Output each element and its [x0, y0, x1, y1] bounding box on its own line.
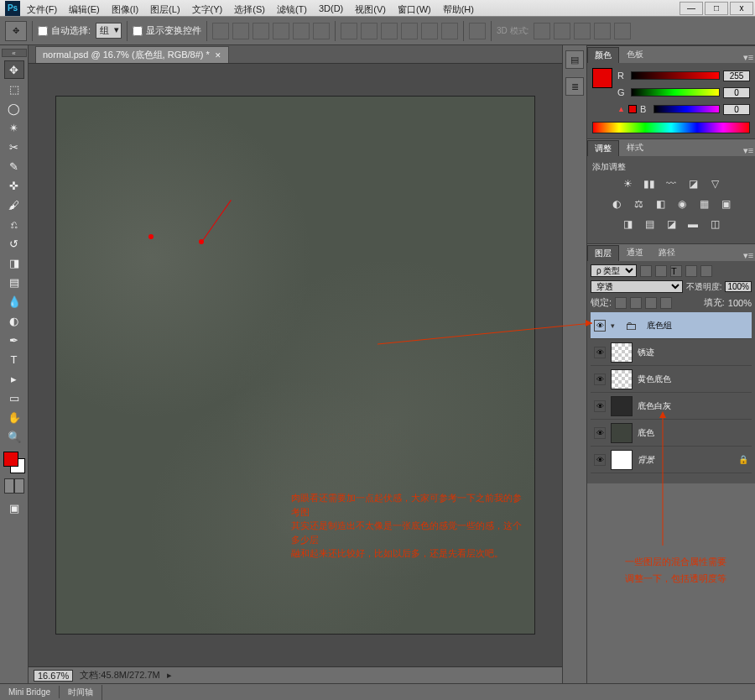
filter-smart-icon[interactable] [700, 265, 712, 277]
mini-bridge-tab[interactable]: Mini Bridge [0, 686, 60, 698]
adjustments-tab[interactable]: 调整 [587, 140, 619, 156]
levels-icon[interactable]: ▮▮ [642, 178, 657, 191]
menu-layer[interactable]: 图层(L) [148, 2, 181, 18]
color-preview[interactable] [592, 68, 612, 88]
dist-vcenter-icon[interactable] [361, 23, 378, 39]
panel-menu-icon[interactable]: ▾≡ [742, 250, 755, 261]
align-bottom-icon[interactable] [253, 23, 269, 39]
panel-menu-icon[interactable]: ▾≡ [742, 52, 755, 63]
layer-name[interactable]: 底色白灰 [638, 400, 748, 412]
zoom-tool[interactable]: 🔍 [4, 427, 24, 446]
threshold-icon[interactable]: ◪ [664, 218, 679, 232]
g-value[interactable]: 0 [723, 87, 750, 98]
paths-tab[interactable]: 路径 [651, 244, 683, 261]
document-tab[interactable]: normal.psd @ 16.7% (底色组, RGB/8#) * ✕ [35, 46, 229, 63]
layer-name[interactable]: 底色 [638, 427, 748, 439]
brightness-icon[interactable]: ☀ [620, 178, 635, 191]
close-tab-icon[interactable]: ✕ [215, 51, 221, 60]
menu-3d[interactable]: 3D(D) [317, 2, 345, 18]
layer-name[interactable]: 黄色底色 [638, 374, 748, 385]
align-hcenter-icon[interactable] [293, 23, 310, 39]
auto-select-checkbox[interactable]: 自动选择: [38, 24, 91, 37]
pan-3d-icon[interactable] [574, 23, 591, 39]
standard-mode-icon[interactable] [4, 478, 14, 494]
filter-type-icon[interactable]: T [670, 265, 682, 277]
align-vcenter-icon[interactable] [232, 23, 249, 39]
curves-icon[interactable]: 〰 [664, 178, 679, 191]
visibility-toggle[interactable]: 👁 [594, 427, 606, 439]
eraser-tool[interactable]: ◨ [4, 253, 24, 272]
swatches-tab[interactable]: 色板 [619, 46, 651, 63]
gradient-map-icon[interactable]: ▬ [685, 218, 700, 232]
panel-menu-icon[interactable]: ▾≡ [742, 145, 755, 156]
move-tool-preset-icon[interactable]: ✥ [5, 21, 27, 41]
menu-view[interactable]: 视图(V) [353, 2, 388, 18]
close-button[interactable]: x [730, 2, 753, 15]
brush-tool[interactable]: 🖌 [4, 196, 24, 214]
visibility-toggle[interactable]: 👁 [594, 374, 606, 385]
move-tool[interactable]: ✥ [4, 60, 24, 79]
lock-pixels-icon[interactable] [630, 297, 642, 309]
filter-adjust-icon[interactable] [655, 265, 667, 277]
quickmask-mode-icon[interactable] [14, 478, 24, 494]
blend-mode-dropdown[interactable]: 穿透 [591, 280, 683, 293]
dist-top-icon[interactable] [341, 23, 357, 39]
collapse-toolbar-icon[interactable]: « [2, 49, 27, 57]
actions-panel-icon[interactable]: ≣ [565, 77, 584, 96]
folder-twisty-icon[interactable]: ▾ [611, 321, 615, 330]
layer-name[interactable]: 锈迹 [638, 347, 748, 358]
show-transform-checkbox[interactable]: 显示变换控件 [133, 24, 201, 37]
crop-tool[interactable]: ✂ [4, 138, 24, 156]
foreground-color-swatch[interactable] [3, 452, 18, 467]
slide-3d-icon[interactable] [594, 23, 611, 39]
path-selection-tool[interactable]: ▸ [4, 369, 24, 388]
photo-filter-icon[interactable]: ◉ [674, 198, 690, 212]
roll-3d-icon[interactable] [554, 23, 570, 39]
r-slider[interactable] [631, 71, 720, 80]
layer-row[interactable]: 👁 底色白灰 [591, 393, 752, 420]
gradient-tool[interactable]: ▤ [4, 273, 24, 291]
channel-mixer-icon[interactable]: ▦ [696, 198, 711, 212]
color-balance-icon[interactable]: ⚖ [631, 198, 646, 212]
dist-hcenter-icon[interactable] [421, 23, 438, 39]
history-panel-icon[interactable]: ▤ [565, 50, 584, 69]
bw-icon[interactable]: ◧ [653, 198, 668, 212]
posterize-icon[interactable]: ▤ [642, 218, 657, 232]
minimize-button[interactable]: — [680, 2, 703, 15]
filter-pixel-icon[interactable] [640, 265, 652, 277]
b-slider[interactable] [653, 105, 720, 113]
lasso-tool[interactable]: ◯ [4, 99, 24, 118]
orbit-3d-icon[interactable] [534, 23, 550, 39]
history-brush-tool[interactable]: ↺ [4, 234, 24, 253]
visibility-toggle[interactable]: 👁 [594, 454, 606, 466]
vibrance-icon[interactable]: ▽ [707, 178, 722, 191]
menu-type[interactable]: 文字(Y) [190, 2, 225, 18]
dodge-tool[interactable]: ◐ [4, 311, 24, 330]
color-ramp[interactable] [592, 122, 750, 133]
hand-tool[interactable]: ✋ [4, 408, 24, 426]
menu-edit[interactable]: 编辑(E) [67, 2, 102, 18]
r-value[interactable]: 255 [723, 71, 750, 81]
color-lookup-icon[interactable]: ▣ [718, 198, 733, 212]
screen-mode-icon[interactable]: ▣ [4, 499, 24, 517]
eyedropper-tool[interactable]: ✎ [4, 157, 24, 175]
shape-tool[interactable]: ▭ [4, 389, 24, 407]
layer-name[interactable]: 背景 [638, 454, 733, 466]
lock-position-icon[interactable] [645, 297, 657, 309]
exposure-icon[interactable]: ◪ [685, 178, 700, 191]
menu-file[interactable]: 文件(F) [25, 2, 59, 18]
visibility-toggle[interactable]: 👁 [594, 320, 606, 332]
lock-transparent-icon[interactable] [615, 297, 627, 309]
align-top-icon[interactable] [212, 23, 229, 39]
blur-tool[interactable]: 💧 [4, 292, 24, 311]
lock-all-icon[interactable] [660, 297, 672, 309]
layer-row[interactable]: 👁 黄色底色 [591, 366, 752, 393]
menu-window[interactable]: 窗口(W) [396, 2, 433, 18]
align-right-icon[interactable] [313, 23, 330, 39]
color-swatch[interactable] [3, 452, 25, 473]
styles-tab[interactable]: 样式 [619, 139, 651, 156]
timeline-tab[interactable]: 时间轴 [60, 685, 102, 700]
menu-help[interactable]: 帮助(H) [441, 2, 476, 18]
layers-tab[interactable]: 图层 [587, 245, 619, 261]
canvas[interactable]: 肉眼看还需要加一点起伏感，大家可参考一下之前我的参考图 其实还是制造出不太像是一… [56, 97, 534, 634]
